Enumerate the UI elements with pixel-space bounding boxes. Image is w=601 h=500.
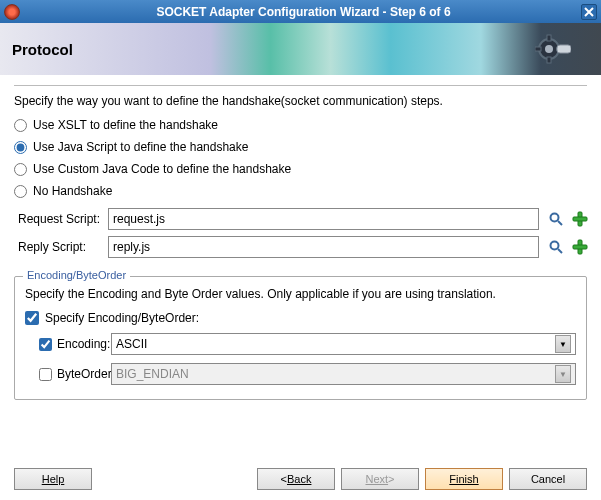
byteorder-select: BIG_ENDIAN ▼ [111,363,576,385]
radio-javascript-input[interactable] [14,141,27,154]
encoding-label: Encoding: [57,337,110,351]
reply-add-button[interactable] [569,236,591,258]
button-bar: Help < Back Next > Finish Cancel [14,468,587,490]
titlebar: SOCKET Adapter Configuration Wizard - St… [0,0,601,23]
encoding-value: ASCII [116,337,147,351]
search-icon [548,211,564,227]
encoding-fieldset: Encoding/ByteOrder Specify the Encoding … [14,276,587,400]
search-icon [548,239,564,255]
instruction-text: Specify the way you want to define the h… [14,94,587,108]
encoding-select[interactable]: ASCII ▼ [111,333,576,355]
close-button[interactable] [581,4,597,20]
gear-icon [535,31,571,67]
request-script-label: Request Script: [18,212,108,226]
radio-no-handshake[interactable]: No Handshake [14,184,587,198]
window-title: SOCKET Adapter Configuration Wizard - St… [26,5,581,19]
encoding-row[interactable]: Encoding: [39,337,111,351]
radio-no-handshake-label: No Handshake [33,184,112,198]
radio-custom-java-input[interactable] [14,163,27,176]
byteorder-row[interactable]: ByteOrder: [39,367,111,381]
plus-icon [572,239,588,255]
help-button[interactable]: Help [14,468,92,490]
radio-xslt[interactable]: Use XSLT to define the handshake [14,118,587,132]
radio-javascript-label: Use Java Script to define the handshake [33,140,248,154]
byteorder-checkbox[interactable] [39,368,52,381]
specify-encoding-label: Specify Encoding/ByteOrder: [45,311,199,325]
radio-custom-java[interactable]: Use Custom Java Code to define the hands… [14,162,587,176]
svg-line-12 [558,249,562,253]
request-script-input[interactable] [108,208,539,230]
banner: Protocol [0,23,601,75]
encoding-legend: Encoding/ByteOrder [23,269,130,281]
radio-no-handshake-input[interactable] [14,185,27,198]
page-title: Protocol [12,41,73,58]
reply-script-label: Reply Script: [18,240,108,254]
app-icon [4,4,20,20]
svg-line-8 [558,221,562,225]
radio-xslt-label: Use XSLT to define the handshake [33,118,218,132]
svg-point-7 [551,214,559,222]
svg-rect-3 [547,57,551,63]
radio-javascript[interactable]: Use Java Script to define the handshake [14,140,587,154]
specify-encoding-row[interactable]: Specify Encoding/ByteOrder: [25,311,576,325]
reply-browse-button[interactable] [545,236,567,258]
next-button: Next > [341,468,419,490]
request-browse-button[interactable] [545,208,567,230]
plus-icon [572,211,588,227]
radio-xslt-input[interactable] [14,119,27,132]
encoding-description: Specify the Encoding and Byte Order valu… [25,287,576,301]
byteorder-label: ByteOrder: [57,367,115,381]
svg-point-1 [545,45,553,53]
back-button[interactable]: < Back [257,468,335,490]
svg-rect-4 [535,47,541,51]
chevron-down-icon: ▼ [555,365,571,383]
request-add-button[interactable] [569,208,591,230]
svg-rect-14 [573,245,587,249]
close-icon [584,7,594,17]
specify-encoding-checkbox[interactable] [25,311,39,325]
byteorder-value: BIG_ENDIAN [116,367,189,381]
finish-button[interactable]: Finish [425,468,503,490]
svg-rect-10 [573,217,587,221]
radio-custom-java-label: Use Custom Java Code to define the hands… [33,162,291,176]
svg-rect-2 [547,35,551,41]
separator [14,85,587,86]
svg-rect-6 [557,45,571,53]
chevron-down-icon: ▼ [555,335,571,353]
svg-point-11 [551,242,559,250]
reply-script-input[interactable] [108,236,539,258]
encoding-checkbox[interactable] [39,338,52,351]
cancel-button[interactable]: Cancel [509,468,587,490]
